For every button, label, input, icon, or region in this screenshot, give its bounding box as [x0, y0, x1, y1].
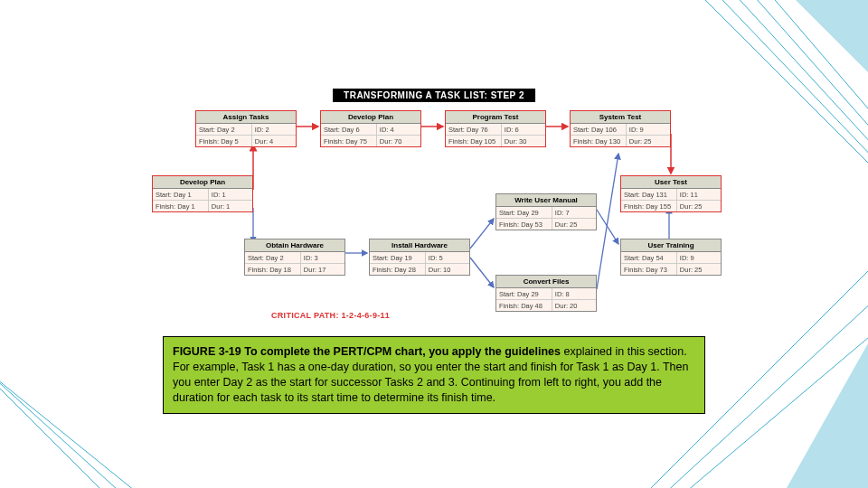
- task-id: ID: 5: [426, 252, 469, 263]
- task-dur: Dur: 70: [377, 136, 420, 146]
- task-start: Start: Day 54: [621, 252, 677, 263]
- task-start: Start: Day 6: [321, 124, 377, 135]
- task-dur: Dur: 1: [209, 201, 252, 211]
- task-id: ID: 9: [627, 124, 670, 135]
- task-finish: Finish: Day 73: [621, 264, 677, 275]
- task-start: Start: Day 1: [153, 189, 209, 200]
- task-title: Develop Plan: [153, 176, 252, 189]
- task-box-develop-plan-2: Develop Plan Start: Day 6ID: 4 Finish: D…: [320, 110, 421, 147]
- task-id: ID: 1: [209, 189, 252, 200]
- task-title: Write User Manual: [496, 194, 596, 207]
- task-box-install-hardware: Install Hardware Start: Day 19ID: 5 Fini…: [369, 239, 470, 276]
- task-box-user-training: User Training Start: Day 54ID: 9 Finish:…: [620, 239, 722, 276]
- task-dur: Dur: 17: [301, 264, 344, 275]
- task-start: Start: Day 19: [370, 252, 426, 263]
- task-start: Start: Day 131: [621, 189, 677, 200]
- task-finish: Finish: Day 28: [370, 264, 426, 275]
- task-id: ID: 4: [377, 124, 420, 135]
- task-title: Convert Files: [496, 276, 596, 288]
- task-id: ID: 2: [252, 124, 296, 135]
- task-start: Start: Day 2: [245, 252, 301, 263]
- task-start: Start: Day 76: [446, 124, 502, 135]
- task-finish: Finish: Day 18: [245, 264, 301, 275]
- task-id: ID: 9: [677, 252, 721, 263]
- svg-line-9: [470, 219, 494, 249]
- task-dur: Dur: 10: [426, 264, 469, 275]
- task-dur: Dur: 25: [677, 264, 721, 275]
- svg-marker-1: [787, 343, 868, 488]
- task-title: Install Hardware: [370, 239, 469, 252]
- task-dur: Dur: 30: [502, 136, 545, 146]
- critical-path-label: CRITICAL PATH: 1-2-4-6-9-11: [271, 311, 390, 320]
- svg-line-11: [597, 210, 618, 244]
- task-start: Start: Day 106: [571, 124, 627, 135]
- task-title: System Test: [571, 111, 670, 124]
- task-title: User Training: [621, 239, 721, 252]
- task-finish: Finish: Day 53: [496, 219, 552, 230]
- task-start: Start: Day 2: [196, 124, 252, 135]
- figure-caption: FIGURE 3-19 To complete the PERT/CPM cha…: [163, 336, 705, 414]
- svg-line-10: [470, 258, 494, 287]
- caption-lead: FIGURE 3-19 To complete the PERT/CPM cha…: [173, 345, 561, 358]
- task-dur: Dur: 25: [627, 136, 670, 146]
- task-finish: Finish: Day 155: [621, 201, 677, 211]
- task-box-convert-files: Convert Files Start: Day 29ID: 8 Finish:…: [495, 275, 597, 312]
- task-dur: Dur: 25: [677, 201, 721, 211]
- task-id: ID: 7: [552, 207, 596, 218]
- task-box-write-user-manual: Write User Manual Start: Day 29ID: 7 Fin…: [495, 193, 597, 230]
- task-title: Obtain Hardware: [245, 239, 344, 252]
- task-title: User Test: [621, 176, 721, 189]
- task-box-develop-plan: Develop Plan Start: Day 1ID: 1 Finish: D…: [152, 175, 253, 212]
- task-finish: Finish: Day 105: [446, 136, 502, 146]
- task-dur: Dur: 20: [552, 300, 596, 311]
- task-title: Develop Plan: [321, 111, 420, 124]
- task-box-obtain-hardware: Obtain Hardware Start: Day 2ID: 3 Finish…: [244, 239, 345, 276]
- task-title: Assign Tasks: [196, 111, 296, 124]
- task-dur: Dur: 25: [552, 219, 596, 230]
- task-start: Start: Day 29: [496, 288, 552, 299]
- task-box-system-test: System Test Start: Day 106ID: 9 Finish: …: [570, 110, 671, 147]
- task-finish: Finish: Day 1: [153, 201, 209, 211]
- task-finish: Finish: Day 48: [496, 300, 552, 311]
- task-dur: Dur: 4: [252, 136, 296, 146]
- task-finish: Finish: Day 5: [196, 136, 252, 146]
- svg-line-12: [597, 154, 618, 289]
- task-box-user-test: User Test Start: Day 131ID: 11 Finish: D…: [620, 175, 722, 212]
- task-box-program-test: Program Test Start: Day 76ID: 6 Finish: …: [445, 110, 546, 147]
- task-id: ID: 6: [502, 124, 545, 135]
- pert-cpm-chart: TRANSFORMING A TASK LIST: STEP 2 Assign …: [145, 90, 723, 325]
- task-box-assign-tasks: Assign Tasks Start: Day 2ID: 2 Finish: D…: [195, 110, 297, 147]
- task-title: Program Test: [446, 111, 545, 124]
- task-id: ID: 8: [552, 288, 596, 299]
- chart-banner: TRANSFORMING A TASK LIST: STEP 2: [333, 89, 535, 102]
- task-id: ID: 11: [677, 189, 721, 200]
- task-id: ID: 3: [301, 252, 344, 263]
- task-start: Start: Day 29: [496, 207, 552, 218]
- task-finish: Finish: Day 75: [321, 136, 377, 146]
- task-finish: Finish: Day 130: [571, 136, 627, 146]
